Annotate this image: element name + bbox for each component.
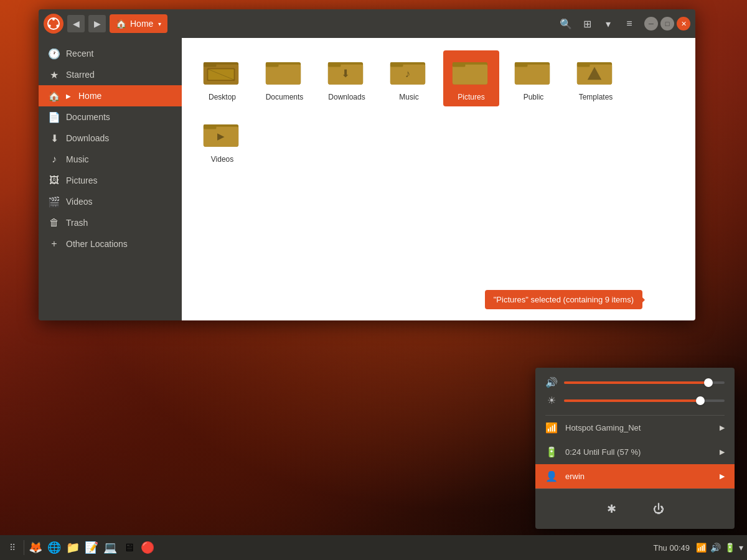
volume-status-icon: 🔊 bbox=[710, 543, 721, 553]
home-caret: ▾ bbox=[158, 21, 161, 27]
view-toggle-button[interactable]: ⊞ bbox=[578, 15, 596, 32]
browser-icon[interactable]: 🌐 bbox=[45, 539, 63, 556]
folder-label-desktop: Desktop bbox=[209, 93, 236, 101]
sidebar-label-home: Home bbox=[78, 91, 101, 101]
forward-button[interactable]: ▶ bbox=[88, 15, 106, 32]
search-button[interactable]: 🔍 bbox=[557, 15, 575, 32]
firefox-icon[interactable]: 🦊 bbox=[27, 539, 44, 556]
maximize-button[interactable]: □ bbox=[660, 17, 674, 30]
sidebar-icon-pictures: 🖼 bbox=[49, 175, 60, 186]
folder-label-documents: Documents bbox=[266, 93, 304, 101]
sidebar-icon-home: 🏠 bbox=[49, 90, 60, 101]
folder-item-templates[interactable]: Templates bbox=[568, 50, 624, 106]
wifi-item[interactable]: 📶 Hotspot Gaming_Net ▶ bbox=[535, 416, 735, 440]
svg-text:▶: ▶ bbox=[217, 131, 225, 141]
sidebar-item-trash[interactable]: 🗑Trash bbox=[39, 212, 182, 233]
monitor-icon[interactable]: 🖥 bbox=[120, 539, 138, 556]
svg-rect-33 bbox=[204, 124, 217, 129]
sidebar-icon-trash: 🗑 bbox=[49, 217, 60, 228]
folder-label-public: Public bbox=[524, 93, 544, 101]
system-panel: 🔊 ☀ 📶 Hotspot Gaming_Net ▶ 🔋 0:24 Until … bbox=[535, 368, 735, 529]
close-button[interactable]: ✕ bbox=[677, 17, 690, 30]
sidebar-item-downloads[interactable]: ⬇Downloads bbox=[39, 128, 182, 149]
svg-point-1 bbox=[52, 18, 55, 21]
status-tooltip: "Pictures" selected (containing 9 items) bbox=[485, 290, 642, 309]
home-breadcrumb-button[interactable]: 🏠 Home ▾ bbox=[110, 14, 167, 33]
battery-item[interactable]: 🔋 0:24 Until Full (57 %) ▶ bbox=[535, 440, 735, 464]
sidebar-label-downloads: Downloads bbox=[66, 133, 109, 143]
file-manager-body: 🕐Recent★Starred🏠▶Home📄Documents⬇Download… bbox=[39, 38, 695, 320]
user-item[interactable]: 👤 erwin ▶ bbox=[535, 464, 735, 488]
folder-item-downloads[interactable]: ⬇ Downloads bbox=[319, 50, 375, 106]
power-button[interactable]: ⏻ bbox=[647, 498, 670, 520]
terminal-icon[interactable]: 💻 bbox=[101, 539, 119, 556]
titlebar-actions: 🔍 ⊞ ▾ ≡ bbox=[557, 15, 638, 32]
sidebar-item-documents[interactable]: 📄Documents bbox=[39, 106, 182, 128]
menu-button[interactable]: ≡ bbox=[621, 15, 638, 32]
brightness-track[interactable] bbox=[564, 399, 725, 402]
app-grid-button[interactable]: ⠿ bbox=[4, 539, 21, 556]
folder-item-music[interactable]: ♪ Music bbox=[381, 50, 437, 106]
svg-text:⬇: ⬇ bbox=[341, 68, 350, 80]
home-label: Home bbox=[130, 19, 153, 29]
sidebar-label-music: Music bbox=[66, 154, 89, 164]
svg-point-2 bbox=[56, 24, 59, 27]
volume-thumb[interactable] bbox=[704, 378, 713, 387]
user-label: erwin bbox=[565, 472, 585, 481]
svg-rect-25 bbox=[515, 65, 550, 85]
panel-bottom: ✱ ⏻ bbox=[535, 488, 735, 529]
status-text: "Pictures" selected (containing 9 items) bbox=[494, 295, 634, 304]
system-tray-arrow[interactable]: ▾ bbox=[739, 543, 743, 553]
folder-label-downloads: Downloads bbox=[328, 93, 365, 101]
back-button[interactable]: ◀ bbox=[67, 15, 85, 32]
svg-text:♪: ♪ bbox=[405, 68, 410, 80]
sidebar-arrow-home: ▶ bbox=[66, 93, 71, 100]
text-editor-icon[interactable]: 📝 bbox=[83, 539, 100, 556]
brightness-thumb[interactable] bbox=[696, 396, 705, 405]
settings-button[interactable]: ✱ bbox=[600, 498, 622, 520]
sidebar-item-starred[interactable]: ★Starred bbox=[39, 64, 182, 85]
wifi-label: Hotspot Gaming_Net bbox=[565, 423, 641, 432]
folder-item-pictures[interactable]: Pictures bbox=[443, 50, 499, 106]
sidebar-item-other[interactable]: +Other Locations bbox=[39, 233, 182, 254]
sidebar-label-pictures: Pictures bbox=[66, 175, 98, 185]
folder-label-templates: Templates bbox=[579, 93, 613, 101]
folder-item-documents[interactable]: Documents bbox=[256, 50, 312, 106]
folder-label-music: Music bbox=[399, 93, 418, 101]
sliders-section: 🔊 ☀ bbox=[535, 368, 735, 415]
volume-track[interactable] bbox=[564, 381, 725, 384]
window-controls: ─ □ ✕ bbox=[644, 17, 690, 30]
svg-point-3 bbox=[49, 24, 51, 27]
folder-item-videos[interactable]: ▶ Videos bbox=[194, 113, 250, 169]
media-icon[interactable]: 🔴 bbox=[139, 539, 156, 556]
sidebar-item-home[interactable]: 🏠▶Home bbox=[39, 85, 182, 106]
sidebar-item-videos[interactable]: 🎬Videos bbox=[39, 191, 182, 212]
file-content: Desktop Documents ⬇ Downloads ♪ Music Pi… bbox=[182, 38, 695, 320]
sidebar-icon-music: ♪ bbox=[49, 154, 60, 165]
folder-icon-public bbox=[514, 55, 553, 90]
view-caret-button[interactable]: ▾ bbox=[599, 15, 617, 32]
files-icon[interactable]: 📁 bbox=[64, 539, 82, 556]
sidebar-item-pictures[interactable]: 🖼Pictures bbox=[39, 170, 182, 191]
svg-rect-19 bbox=[390, 62, 403, 67]
sidebar-label-starred: Starred bbox=[66, 70, 95, 80]
svg-rect-6 bbox=[204, 62, 217, 67]
svg-rect-29 bbox=[577, 62, 590, 67]
ubuntu-button[interactable] bbox=[44, 14, 63, 34]
sidebar-item-music[interactable]: ♪Music bbox=[39, 149, 182, 170]
sidebar-icon-recent: 🕐 bbox=[49, 48, 60, 59]
battery-chevron: ▶ bbox=[720, 448, 725, 456]
volume-row: 🔊 bbox=[545, 376, 725, 388]
ubuntu-icon bbox=[47, 17, 60, 30]
folder-icon-pictures bbox=[451, 55, 491, 90]
sidebar-item-recent[interactable]: 🕐Recent bbox=[39, 43, 182, 64]
minimize-button[interactable]: ─ bbox=[644, 17, 658, 30]
brightness-fill bbox=[564, 399, 700, 402]
folder-icon-templates bbox=[576, 55, 616, 90]
sidebar-icon-documents: 📄 bbox=[49, 111, 60, 123]
folder-item-public[interactable]: Public bbox=[505, 50, 561, 106]
taskbar: ⠿ 🦊 🌐 📁 📝 💻 🖥 🔴 Thu 00:49 📶 🔊 🔋 ▾ bbox=[0, 535, 747, 560]
sidebar-label-other: Other Locations bbox=[66, 239, 128, 249]
folder-item-desktop[interactable]: Desktop bbox=[194, 50, 250, 106]
folder-icon-downloads: ⬇ bbox=[327, 55, 367, 90]
